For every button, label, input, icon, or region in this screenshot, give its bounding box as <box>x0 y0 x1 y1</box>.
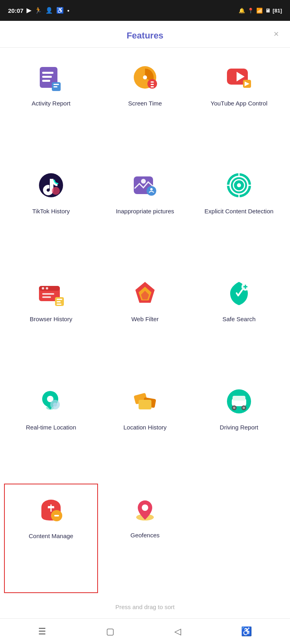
features-grid: Activity Report Screen Time <box>0 48 290 597</box>
inappropriate-pictures-icon <box>129 169 161 201</box>
svg-rect-40 <box>57 304 61 305</box>
tiktok-history-label: TikTok History <box>32 207 70 215</box>
svg-point-54 <box>53 403 57 407</box>
content-manage-label: Content Manage <box>29 532 74 540</box>
status-right: 🔔 📍 📶 🖥 [81] <box>239 8 282 14</box>
svg-point-63 <box>233 407 235 409</box>
main-content: Features × Activity Report <box>0 21 290 618</box>
page-title: Features <box>127 30 163 41</box>
status-time: 20:07 <box>8 7 23 14</box>
feature-activity-report[interactable]: Activity Report <box>4 52 98 160</box>
back-icon[interactable]: ◁ <box>174 626 181 637</box>
activity-report-icon <box>35 61 67 93</box>
svg-rect-11 <box>151 84 154 85</box>
svg-rect-39 <box>57 301 61 302</box>
svg-rect-60 <box>233 396 245 401</box>
browser-history-label: Browser History <box>30 315 72 323</box>
feature-explicit-content-detection[interactable]: Explicit Content Detection <box>192 160 286 267</box>
svg-rect-57 <box>139 400 151 409</box>
dot-status-icon: • <box>67 7 69 14</box>
driving-report-icon <box>223 385 255 417</box>
explicit-content-detection-label: Explicit Content Detection <box>204 207 274 215</box>
location-icon: 📍 <box>247 8 254 14</box>
svg-point-8 <box>143 75 147 79</box>
svg-rect-36 <box>42 296 51 298</box>
svg-rect-5 <box>53 84 59 85</box>
feature-screen-time[interactable]: Screen Time <box>98 52 192 160</box>
accessibility-icon[interactable]: ♿ <box>241 626 252 637</box>
svg-point-33 <box>42 287 44 290</box>
screen-icon: 🖥 <box>265 8 270 14</box>
svg-point-22 <box>150 188 153 190</box>
svg-point-18 <box>52 187 60 195</box>
tiktok-history-icon <box>35 169 67 201</box>
home-icon[interactable]: ▢ <box>106 626 114 637</box>
svg-rect-1 <box>42 72 53 74</box>
bottom-nav: ☰ ▢ ◁ ♿ <box>0 618 290 644</box>
hint-text: Press and drag to sort <box>0 597 290 618</box>
youtube-status-icon: ▶ <box>27 7 31 14</box>
svg-point-64 <box>243 407 245 409</box>
screen-time-label: Screen Time <box>128 99 162 107</box>
wifi-icon: 📶 <box>256 8 263 14</box>
feature-web-filter[interactable]: Web Filter <box>98 267 192 375</box>
feature-realtime-location[interactable]: Real-time Location <box>4 376 98 484</box>
svg-rect-38 <box>57 299 62 300</box>
svg-rect-69 <box>54 515 59 516</box>
explicit-content-detection-icon <box>223 169 255 201</box>
safe-search-label: Safe Search <box>223 315 256 323</box>
status-bar: 20:07 ▶ 🏃 👤 ♿ • 🔔 📍 📶 🖥 [81] <box>0 0 290 21</box>
activity-report-label: Activity Report <box>32 99 71 107</box>
realtime-location-icon <box>35 385 67 417</box>
svg-rect-10 <box>151 81 154 83</box>
realtime-location-label: Real-time Location <box>26 423 76 431</box>
inappropriate-pictures-label: Inappropriate pictures <box>116 207 174 215</box>
close-button[interactable]: × <box>270 27 282 41</box>
status-left: 20:07 ▶ 🏃 👤 ♿ • <box>8 7 69 14</box>
svg-point-34 <box>46 287 48 290</box>
feature-location-history[interactable]: Location History <box>98 376 192 484</box>
safe-search-icon <box>223 277 255 309</box>
screen-time-icon <box>129 61 161 93</box>
feature-driving-report[interactable]: Driving Report <box>192 376 286 484</box>
feature-youtube-app-control[interactable]: YouTube App Control <box>192 52 286 160</box>
feature-inappropriate-pictures[interactable]: Inappropriate pictures <box>98 160 192 267</box>
battery-icon: [81] <box>273 8 282 14</box>
feature-geofences[interactable]: Geofences <box>98 484 192 593</box>
svg-point-26 <box>237 183 241 187</box>
youtube-app-control-icon <box>223 61 255 93</box>
web-filter-icon <box>129 277 161 309</box>
svg-rect-35 <box>42 293 54 295</box>
header: Features × <box>0 21 290 48</box>
feature-tiktok-history[interactable]: TikTok History <box>4 160 98 267</box>
svg-point-20 <box>141 179 146 184</box>
web-filter-label: Web Filter <box>131 315 159 323</box>
feature-safe-search[interactable]: Safe Search <box>192 267 286 375</box>
geofences-icon <box>129 493 161 525</box>
accessibility-status-icon: ♿ <box>56 7 64 14</box>
menu-icon[interactable]: ☰ <box>38 626 46 637</box>
feature-content-manage[interactable]: Content Manage <box>4 484 98 593</box>
location-history-label: Location History <box>123 423 167 431</box>
svg-rect-6 <box>53 86 57 87</box>
svg-rect-12 <box>151 86 154 87</box>
person-status-icon: 👤 <box>45 7 53 14</box>
driving-report-label: Driving Report <box>220 423 258 431</box>
svg-point-71 <box>142 504 148 511</box>
youtube-app-control-label: YouTube App Control <box>210 99 268 107</box>
activity-status-icon: 🏃 <box>35 7 42 14</box>
svg-rect-3 <box>42 80 50 82</box>
geofences-label: Geofences <box>131 531 160 539</box>
feature-browser-history[interactable]: Browser History <box>4 267 98 375</box>
content-manage-icon <box>35 494 67 526</box>
mute-icon: 🔔 <box>239 8 245 14</box>
svg-rect-2 <box>42 76 52 78</box>
location-history-icon <box>129 385 161 417</box>
browser-history-icon <box>35 277 67 309</box>
